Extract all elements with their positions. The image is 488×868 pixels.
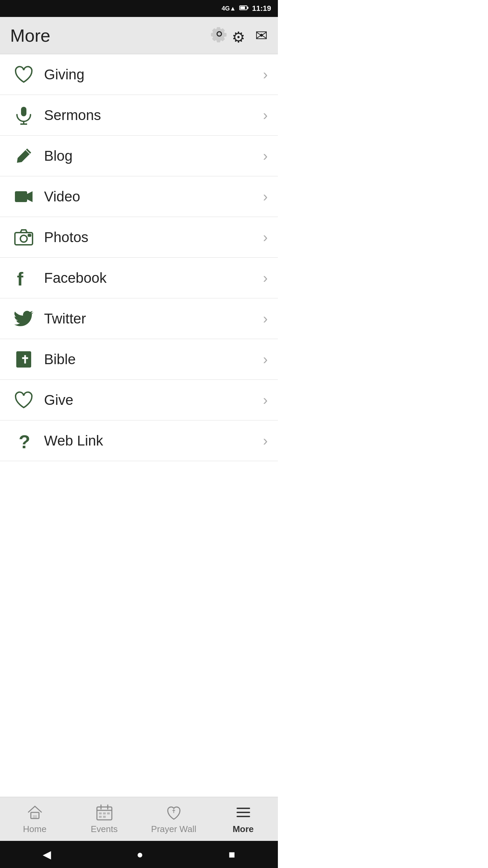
menu-item-weblink[interactable]: ? Web Link › xyxy=(0,420,278,461)
menu-item-photos[interactable]: Photos › xyxy=(0,217,278,258)
svg-text:?: ? xyxy=(19,431,30,451)
menu-item-give[interactable]: Give › xyxy=(0,380,278,420)
heart-outline-icon xyxy=(10,390,37,410)
chevron-right-icon: › xyxy=(263,66,268,83)
menu-list: Giving › Sermons › xyxy=(0,54,278,461)
chevron-right-icon: › xyxy=(263,351,268,368)
header-actions: ⚙ ✉ xyxy=(211,25,268,46)
settings-button[interactable]: ⚙ xyxy=(211,25,245,46)
twitter-icon xyxy=(10,309,37,329)
page-content: Giving › Sermons › xyxy=(0,54,278,532)
video-label: Video xyxy=(37,189,263,205)
giving-label: Giving xyxy=(37,66,263,83)
chevron-right-icon: › xyxy=(263,392,268,408)
twitter-label: Twitter xyxy=(37,311,263,327)
bible-label: Bible xyxy=(37,351,263,368)
heart-icon xyxy=(10,64,37,85)
chevron-right-icon: › xyxy=(263,107,268,123)
menu-item-giving[interactable]: Giving › xyxy=(0,54,278,95)
facebook-icon: f xyxy=(10,268,37,288)
header: More ⚙ ✉ xyxy=(0,17,278,54)
chevron-right-icon: › xyxy=(263,148,268,164)
svg-rect-3 xyxy=(21,107,26,116)
svg-point-9 xyxy=(20,235,27,242)
menu-item-twitter[interactable]: Twitter › xyxy=(0,298,278,339)
menu-item-video[interactable]: Video › xyxy=(0,176,278,217)
sermons-label: Sermons xyxy=(37,107,263,123)
svg-text:✝: ✝ xyxy=(20,354,29,366)
svg-rect-10 xyxy=(28,235,30,236)
menu-item-bible[interactable]: ✝ Bible › xyxy=(0,339,278,380)
question-icon: ? xyxy=(10,431,37,451)
status-bar: 4G▲ 11:19 xyxy=(0,0,278,17)
battery-icon xyxy=(239,5,249,13)
svg-text:f: f xyxy=(17,268,23,288)
svg-rect-6 xyxy=(15,191,27,202)
facebook-label: Facebook xyxy=(37,270,263,286)
video-icon xyxy=(10,186,37,207)
chevron-right-icon: › xyxy=(263,433,268,449)
mic-icon xyxy=(10,105,37,125)
camera-icon xyxy=(10,227,37,248)
svg-rect-1 xyxy=(240,6,245,9)
signal-icon: 4G▲ xyxy=(222,5,236,12)
page-title: More xyxy=(10,25,50,46)
blog-label: Blog xyxy=(37,148,263,164)
status-time: 11:19 xyxy=(252,4,271,13)
photos-label: Photos xyxy=(37,229,263,245)
weblink-label: Web Link xyxy=(37,433,263,449)
chevron-right-icon: › xyxy=(263,189,268,205)
menu-item-blog[interactable]: Blog › xyxy=(0,136,278,176)
chevron-right-icon: › xyxy=(263,270,268,286)
give-label: Give xyxy=(37,392,263,408)
chevron-right-icon: › xyxy=(263,229,268,245)
pencil-icon xyxy=(10,146,37,166)
svg-marker-7 xyxy=(27,191,33,202)
bible-icon: ✝ xyxy=(10,349,37,370)
menu-item-sermons[interactable]: Sermons › xyxy=(0,95,278,136)
menu-item-facebook[interactable]: f Facebook › xyxy=(0,258,278,298)
svg-rect-2 xyxy=(247,7,248,9)
chevron-right-icon: › xyxy=(263,311,268,327)
messages-button[interactable]: ✉ xyxy=(255,27,268,44)
